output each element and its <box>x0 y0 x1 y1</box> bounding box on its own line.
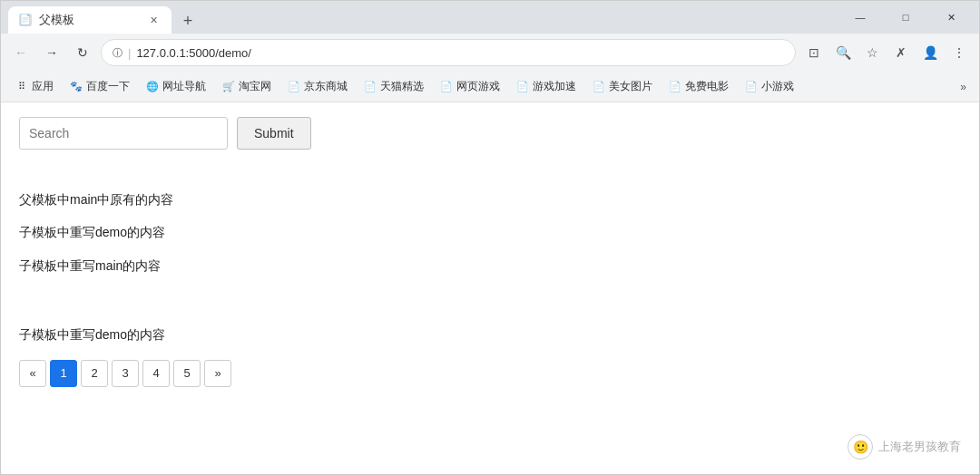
bookmarks-more-button[interactable]: » <box>955 79 972 95</box>
movie-icon: 📄 <box>669 81 681 93</box>
bookmark-tianmao[interactable]: 📄 天猫精选 <box>357 75 431 99</box>
content-line-3: 子模板中重写main的内容 <box>19 256 961 276</box>
bookmark-minigame-label: 小游戏 <box>761 79 794 94</box>
extension-icon[interactable]: ✗ <box>888 40 914 65</box>
pagination-prev[interactable]: « <box>19 360 46 387</box>
address-separator: | <box>128 46 131 60</box>
bookmark-beauty-label: 美女图片 <box>609 79 652 94</box>
bookmark-taobao[interactable]: 🛒 淘宝网 <box>215 75 279 99</box>
pagination: « 1 2 3 4 5 » <box>19 360 961 387</box>
pagination-page-1[interactable]: 1 <box>50 360 77 387</box>
content-line-2: 子模板中重写demo的内容 <box>19 222 961 242</box>
zoom-icon[interactable]: 🔍 <box>830 40 856 65</box>
bookmark-baidu-label: 百度一下 <box>86 79 130 94</box>
baidu-icon: 🐾 <box>70 81 83 93</box>
forward-button[interactable]: → <box>39 40 64 65</box>
bookmark-taobao-label: 淘宝网 <box>239 79 271 94</box>
content-line-1: 父模板中main中原有的内容 <box>19 189 961 209</box>
title-bar: 📄 父模板 ✕ + — □ ✕ <box>1 1 979 34</box>
maximize-button[interactable]: □ <box>885 3 926 32</box>
apps-icon: ⠿ <box>15 81 28 93</box>
bookmark-tianmao-label: 天猫精选 <box>380 79 424 94</box>
jd-icon: 📄 <box>288 81 300 93</box>
taobao-icon: 🛒 <box>222 81 235 93</box>
bookmark-beauty[interactable]: 📄 美女图片 <box>585 75 660 99</box>
bookmark-nav[interactable]: 🌐 网址导航 <box>139 75 213 99</box>
close-button[interactable]: ✕ <box>930 3 972 32</box>
bookmark-gamespeed-label: 游戏加速 <box>533 79 576 94</box>
back-button[interactable]: ← <box>8 40 34 65</box>
gamespeed-icon: 📄 <box>516 81 529 93</box>
profile-icon[interactable]: 👤 <box>917 40 943 65</box>
tab-title: 父模板 <box>39 12 74 28</box>
bookmark-jd[interactable]: 📄 京东商城 <box>280 75 355 99</box>
bookmark-star-icon[interactable]: ☆ <box>859 40 885 65</box>
browser-window: 📄 父模板 ✕ + — □ ✕ ← → ↻ ⓘ | 127.0.0.1:5000… <box>0 0 980 475</box>
address-text: 127.0.0.1:5000/demo/ <box>136 46 784 60</box>
new-tab-button[interactable]: + <box>175 8 201 34</box>
tab-close-button[interactable]: ✕ <box>146 13 161 27</box>
watermark: 🙂 上海老男孩教育 <box>848 434 961 460</box>
pagination-page-2[interactable]: 2 <box>81 360 108 387</box>
watermark-icon: 🙂 <box>848 434 873 460</box>
bookmark-apps-label: 应用 <box>32 79 54 94</box>
webgame-icon: 📄 <box>440 81 453 93</box>
cast-icon[interactable]: ⊡ <box>801 40 827 65</box>
address-bar[interactable]: ⓘ | 127.0.0.1:5000/demo/ <box>101 39 796 66</box>
search-form: Submit <box>19 117 961 150</box>
bookmark-minigame[interactable]: 📄 小游戏 <box>738 75 801 99</box>
bookmark-baidu[interactable]: 🐾 百度一下 <box>63 75 137 99</box>
minigame-icon: 📄 <box>745 81 758 93</box>
spacer-1 <box>19 171 961 189</box>
menu-icon[interactable]: ⋮ <box>946 40 972 65</box>
pagination-next[interactable]: » <box>204 360 231 387</box>
bookmark-apps[interactable]: ⠿ 应用 <box>8 75 61 99</box>
content-line-4: 子模板中重写demo的内容 <box>19 325 961 344</box>
tab-area: 📄 父模板 ✕ + <box>8 1 828 34</box>
bookmark-webgame-label: 网页游戏 <box>456 79 500 94</box>
submit-button[interactable]: Submit <box>237 117 311 150</box>
watermark-text: 上海老男孩教育 <box>878 439 961 455</box>
window-controls: — □ ✕ <box>839 3 972 32</box>
tianmao-icon: 📄 <box>364 81 377 93</box>
lock-icon: ⓘ <box>113 46 122 60</box>
reload-button[interactable]: ↻ <box>70 40 95 65</box>
toolbar-icons: ⊡ 🔍 ☆ ✗ 👤 ⋮ <box>801 40 972 65</box>
beauty-icon: 📄 <box>593 81 605 93</box>
bookmark-jd-label: 京东商城 <box>304 79 348 94</box>
pagination-page-5[interactable]: 5 <box>173 360 201 387</box>
search-input[interactable] <box>19 117 228 150</box>
page-content: Submit 父模板中main中原有的内容 子模板中重写demo的内容 子模板中… <box>1 102 979 474</box>
bookmark-movie[interactable]: 📄 免费电影 <box>662 75 736 99</box>
bookmark-gamespeed[interactable]: 📄 游戏加速 <box>509 75 583 99</box>
bookmark-movie-label: 免费电影 <box>685 79 729 94</box>
minimize-button[interactable]: — <box>839 3 881 32</box>
spacer-3 <box>19 306 961 325</box>
bookmark-nav-label: 网址导航 <box>162 79 206 94</box>
spacer-2 <box>19 288 961 306</box>
pagination-page-3[interactable]: 3 <box>112 360 139 387</box>
bookmarks-bar: ⠿ 应用 🐾 百度一下 🌐 网址导航 🛒 淘宝网 📄 京东商城 📄 天猫精选 📄… <box>1 72 979 102</box>
pagination-page-4[interactable]: 4 <box>142 360 170 387</box>
address-bar-row: ← → ↻ ⓘ | 127.0.0.1:5000/demo/ ⊡ 🔍 ☆ ✗ 👤… <box>1 34 979 72</box>
bookmark-webgame[interactable]: 📄 网页游戏 <box>433 75 507 99</box>
tab-favicon: 📄 <box>19 14 32 26</box>
nav-icon: 🌐 <box>146 81 159 93</box>
active-tab[interactable]: 📄 父模板 ✕ <box>8 6 172 34</box>
